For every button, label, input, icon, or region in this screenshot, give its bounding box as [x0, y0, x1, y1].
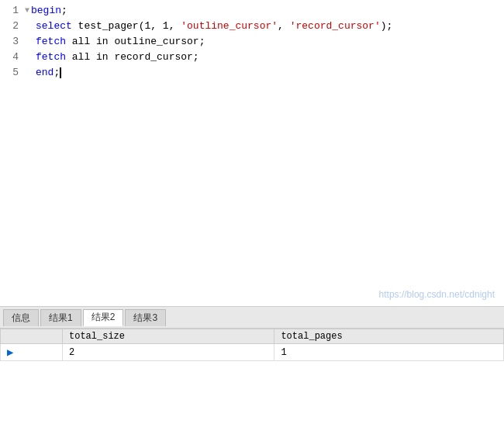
- table-header: total_size: [63, 329, 274, 344]
- row-indicator: ▶: [1, 344, 63, 361]
- table-header-indicator: [1, 329, 63, 344]
- editor-area: 1▼begin;2 select test_pager(1, 1, 'outli…: [0, 0, 504, 306]
- results-table: total_sizetotal_pages▶21: [0, 329, 504, 361]
- bottom-panel: 信息结果1结果2结果3 total_sizetotal_pages▶21: [0, 306, 504, 427]
- tab-bar: 信息结果1结果2结果3: [0, 307, 504, 329]
- code-tokens: fetch all in record_cursor;: [36, 50, 199, 65]
- table-header: total_pages: [274, 329, 504, 344]
- results-area[interactable]: total_sizetotal_pages▶21: [0, 329, 504, 427]
- tab-结果2[interactable]: 结果2: [83, 309, 124, 326]
- code-tokens: end;: [36, 65, 61, 81]
- tab-结果1[interactable]: 结果1: [40, 309, 81, 326]
- table-row: ▶21: [1, 344, 504, 361]
- code-tokens: fetch all in outline_cursor;: [36, 34, 205, 50]
- tab-结果3[interactable]: 结果3: [125, 309, 166, 326]
- text-cursor: [60, 67, 61, 78]
- code-editor[interactable]: 1▼begin;2 select test_pager(1, 1, 'outli…: [0, 0, 504, 306]
- tab-信息[interactable]: 信息: [3, 309, 39, 326]
- code-tokens: select test_pager(1, 1, 'outline_cursor'…: [36, 19, 392, 34]
- table-cell: 1: [274, 344, 504, 361]
- row-arrow-icon: ▶: [7, 346, 19, 359]
- collapse-icon[interactable]: ▼: [25, 3, 29, 19]
- table-cell: 2: [63, 344, 274, 361]
- code-line: 5end;: [0, 65, 504, 81]
- line-number: 1: [3, 3, 19, 19]
- line-number: 4: [3, 50, 19, 65]
- code-tokens: begin;: [31, 3, 67, 19]
- code-line: 1▼begin;: [0, 3, 504, 19]
- code-line: 4 fetch all in record_cursor;: [0, 50, 504, 65]
- code-line: 2 select test_pager(1, 1, 'outline_curso…: [0, 19, 504, 34]
- line-number: 3: [3, 34, 19, 50]
- line-number: 5: [3, 65, 19, 81]
- code-line: 3 fetch all in outline_cursor;: [0, 34, 504, 50]
- line-number: 2: [3, 19, 19, 34]
